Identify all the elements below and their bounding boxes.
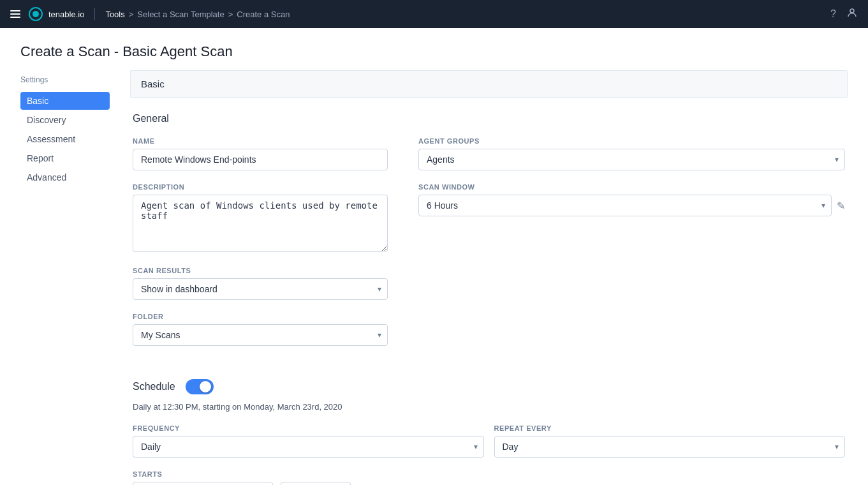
- sidebar-item-discovery[interactable]: Discovery: [20, 111, 110, 129]
- starts-label: STARTS: [133, 470, 845, 478]
- agent-groups-select[interactable]: Agents: [418, 149, 845, 170]
- description-group: DESCRIPTION: [133, 183, 388, 254]
- starts-date-wrap: [133, 482, 273, 485]
- schedule-title: Schedule: [133, 381, 175, 392]
- hamburger-menu[interactable]: [10, 10, 20, 18]
- sidebar-item-advanced[interactable]: Advanced: [20, 168, 110, 186]
- sidebar-item-assessment[interactable]: Assessment: [20, 130, 110, 148]
- folder-group: FOLDER My Scans All Scans: [133, 313, 388, 346]
- user-icon[interactable]: [846, 7, 858, 21]
- schedule-toggle[interactable]: [186, 379, 214, 394]
- main-layout: Settings Basic Discovery Assessment Repo…: [0, 70, 868, 485]
- repeat-group: REPEAT EVERY Day Week Month: [494, 424, 846, 458]
- content-area: Basic General NAME DESCRIPTION SCAN R: [130, 70, 848, 485]
- section-header: Basic: [130, 70, 848, 98]
- scan-window-label: SCAN WINDOW: [418, 183, 845, 191]
- sidebar-item-basic[interactable]: Basic: [20, 92, 110, 110]
- starts-date-input[interactable]: [133, 482, 273, 485]
- nav-divider: [94, 8, 95, 20]
- toggle-thumb: [200, 381, 211, 392]
- help-icon[interactable]: ?: [830, 8, 836, 20]
- scan-window-select[interactable]: 1 Hour 2 Hours 4 Hours 6 Hours 8 Hours 1…: [418, 195, 832, 216]
- starts-group: STARTS 12:30 12:00 13:00: [133, 470, 845, 485]
- description-label: DESCRIPTION: [133, 183, 388, 191]
- scan-results-group: SCAN RESULTS Show in dashboard Hide from…: [133, 267, 388, 300]
- page-title: Create a Scan - Basic Agent Scan: [20, 43, 848, 60]
- starts-time-wrap: 12:30 12:00 13:00: [281, 482, 351, 485]
- description-input[interactable]: [133, 195, 388, 252]
- frequency-select[interactable]: Once Daily Weekly Monthly: [133, 436, 484, 458]
- general-two-col: NAME DESCRIPTION SCAN RESULTS Show in da…: [133, 137, 845, 359]
- agent-groups-label: AGENT GROUPS: [418, 137, 845, 145]
- starts-row: 12:30 12:00 13:00: [133, 482, 845, 485]
- folder-label: FOLDER: [133, 313, 388, 320]
- svg-point-1: [33, 11, 39, 17]
- sidebar-item-report[interactable]: Report: [20, 149, 110, 167]
- folder-select[interactable]: My Scans All Scans: [133, 324, 388, 346]
- scan-window-row: 1 Hour 2 Hours 4 Hours 6 Hours 8 Hours 1…: [418, 195, 845, 216]
- agent-groups-group: AGENT GROUPS Agents: [418, 137, 845, 170]
- agent-groups-select-wrap: Agents: [418, 149, 845, 170]
- frequency-label: FREQUENCY: [133, 424, 484, 432]
- sidebar-settings-label: Settings: [20, 75, 110, 84]
- name-label: NAME: [133, 137, 388, 145]
- general-left: NAME DESCRIPTION SCAN RESULTS Show in da…: [133, 137, 388, 359]
- schedule-header: Schedule: [133, 379, 845, 394]
- folder-select-wrap: My Scans All Scans: [133, 324, 388, 346]
- scan-window-group: SCAN WINDOW 1 Hour 2 Hours 4 Hours 6 Hou…: [418, 183, 845, 216]
- repeat-select-wrap: Day Week Month: [494, 436, 846, 458]
- edit-icon[interactable]: ✎: [837, 200, 845, 212]
- general-section: General NAME DESCRIPTION SCAN RESULTS: [130, 113, 848, 485]
- scan-window-select-wrap: 1 Hour 2 Hours 4 Hours 6 Hours 8 Hours 1…: [418, 195, 832, 216]
- scan-results-select[interactable]: Show in dashboard Hide from dashboard: [133, 278, 388, 300]
- scan-results-label: SCAN RESULTS: [133, 267, 388, 274]
- starts-time-select[interactable]: 12:30 12:00 13:00: [281, 482, 351, 485]
- frequency-group: FREQUENCY Once Daily Weekly Monthly: [133, 424, 484, 458]
- svg-point-2: [850, 9, 854, 13]
- page-title-area: Create a Scan - Basic Agent Scan: [0, 28, 868, 70]
- frequency-select-wrap: Once Daily Weekly Monthly: [133, 436, 484, 458]
- sidebar: Settings Basic Discovery Assessment Repo…: [20, 70, 110, 485]
- repeat-label: REPEAT EVERY: [494, 424, 846, 432]
- name-input[interactable]: [133, 149, 388, 170]
- repeat-select[interactable]: Day Week Month: [494, 436, 846, 458]
- scan-results-select-wrap: Show in dashboard Hide from dashboard: [133, 278, 388, 300]
- frequency-row: FREQUENCY Once Daily Weekly Monthly REPE…: [133, 424, 845, 458]
- logo: tenable.io: [28, 6, 84, 22]
- breadcrumb: Tools > Select a Scan Template > Create …: [105, 10, 290, 19]
- general-right: AGENT GROUPS Agents SCAN WINDOW: [418, 137, 845, 359]
- name-group: NAME: [133, 137, 388, 170]
- topnav: tenable.io Tools > Select a Scan Templat…: [0, 0, 868, 28]
- schedule-section: Schedule Daily at 12:30 PM, starting on …: [133, 379, 845, 485]
- schedule-description: Daily at 12:30 PM, starting on Monday, M…: [133, 402, 845, 412]
- general-title: General: [133, 113, 845, 124]
